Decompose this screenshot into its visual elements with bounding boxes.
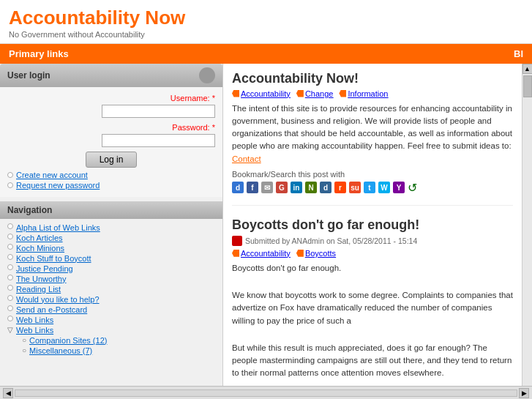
post-1-tags: Accountability Change Information <box>232 89 513 98</box>
tag-information[interactable]: Information <box>339 89 388 98</box>
nav-link-help[interactable]: Would you like to help? <box>16 295 100 304</box>
nav-link-unworthy[interactable]: The Unworthy <box>16 275 66 283</box>
bookmark-more[interactable]: ↺ <box>408 181 417 195</box>
scroll-left-btn[interactable]: ◀ <box>3 388 13 398</box>
nav-links: Alpha List of Web Links Koch Articles Ko… <box>0 219 222 361</box>
tag-icon <box>232 90 239 97</box>
login-box: User login Username: * Password: * <box>0 64 222 197</box>
site-title: Accountability Now <box>9 7 523 29</box>
username-row: Username: * <box>7 93 215 118</box>
nav-link-companion[interactable]: Companion Sites (12) <box>29 336 107 345</box>
nav-sub: ○Companion Sites (12) ○Miscellaneous (7) <box>7 336 215 355</box>
nav-link-weblinks1[interactable]: Web Links <box>16 316 53 324</box>
bullet <box>7 295 13 301</box>
login-box-title: User login <box>0 64 222 87</box>
username-input[interactable] <box>102 105 215 118</box>
post-2-body1: Boycotts don't go far enough. <box>232 262 513 275</box>
bookmark-facebook[interactable]: f <box>247 182 258 193</box>
scroll-up-arrow[interactable]: ▲ <box>522 64 533 74</box>
post-1-bookmark-icons: d f ✉ G in N d r su t W Y ↺ <box>232 181 513 195</box>
arrow-bullet: ○ <box>22 346 26 354</box>
login-box-circle <box>199 67 215 83</box>
bookmark-yahoo[interactable]: Y <box>393 182 405 193</box>
request-password-link[interactable]: Request new password <box>16 181 100 190</box>
primary-nav-label: Primary links <box>9 48 69 59</box>
nav-link-misc[interactable]: Miscellaneous (7) <box>29 346 92 355</box>
right-scrollbar: ▲ ▼ <box>522 64 532 399</box>
bookmark-twitter[interactable]: t <box>364 182 375 193</box>
password-input[interactable] <box>102 134 215 147</box>
nav-link-reading[interactable]: Reading List <box>16 285 61 294</box>
tag2-accountability[interactable]: Accountability <box>232 249 291 258</box>
scroll-right-btn[interactable]: ▶ <box>519 388 529 398</box>
main-layout: User login Username: * Password: * <box>0 64 532 399</box>
tag-change[interactable]: Change <box>296 89 334 98</box>
create-account-link[interactable]: Create new account <box>16 171 88 179</box>
arrow-bullet: ▽ <box>7 326 13 334</box>
nav-link-weblinks2[interactable]: Web Links <box>16 326 53 335</box>
sidebar: User login Username: * Password: * <box>0 64 223 399</box>
login-box-content: Username: * Password: * Log in Create ne… <box>0 87 222 197</box>
bullet <box>7 172 13 178</box>
nav-link-koch-articles[interactable]: Koch Articles <box>16 234 63 242</box>
password-label: Password: * <box>172 123 215 132</box>
bullet <box>7 234 13 239</box>
login-button[interactable]: Log in <box>86 152 138 168</box>
post-1-body: The intent of this site is to provide re… <box>232 102 513 165</box>
bullet <box>7 182 13 188</box>
post-1-title: Accountability Now! <box>232 71 513 86</box>
bullet <box>7 305 13 311</box>
post-2-body2: We know that boycotts work to some degre… <box>232 289 513 327</box>
bullet <box>7 244 13 250</box>
login-links: Create new account Request new password <box>7 171 215 190</box>
calendar-icon <box>232 236 242 246</box>
post-2-submitted: Submitted by ANAdmin on Sat, 05/28/2011 … <box>232 236 513 246</box>
primary-nav: Primary links Bl <box>0 44 532 64</box>
bookmark-delicious[interactable]: d <box>232 182 244 193</box>
bullet <box>7 254 13 260</box>
nav-link-postcard[interactable]: Send an e-Postcard <box>16 305 87 314</box>
password-row: Password: * <box>7 122 215 147</box>
contact-link[interactable]: Contact <box>232 154 261 163</box>
bookmark-digg[interactable]: d <box>320 182 331 193</box>
nav-link-justice[interactable]: Justice Pending <box>16 264 73 273</box>
nav-box-title: Navigation <box>0 201 222 219</box>
bookmark-stumbleupon[interactable]: su <box>349 182 361 193</box>
bullet <box>7 264 13 270</box>
nav-link-koch-stuff[interactable]: Koch Stuff to Boycott <box>16 254 91 263</box>
site-header: Accountability Now No Government without… <box>0 0 532 44</box>
tag-icon <box>232 250 239 257</box>
bookmark-reddit[interactable]: r <box>334 182 346 193</box>
bullet <box>7 316 13 321</box>
post-2-title: Boycotts don't go far enough! <box>232 217 513 233</box>
tag-icon <box>339 90 346 97</box>
bookmark-google[interactable]: G <box>276 182 288 193</box>
tag-icon <box>296 90 304 97</box>
bookmark-linkedin[interactable]: in <box>291 182 302 193</box>
username-label: Username: * <box>171 94 215 102</box>
nav-box: Navigation Alpha List of Web Links Koch … <box>0 201 222 361</box>
bookmark-live[interactable]: W <box>378 182 390 193</box>
scroll-thumb[interactable] <box>523 75 532 97</box>
bookmark-newsvine[interactable]: N <box>305 182 317 193</box>
arrow-bullet: ○ <box>22 336 26 344</box>
more-nav-label[interactable]: Bl <box>514 48 523 59</box>
bottom-bar: ◀ ▶ <box>0 386 532 399</box>
bullet <box>7 285 13 291</box>
tag2-boycotts[interactable]: Boycotts <box>296 249 336 258</box>
horizontal-scrollbar[interactable] <box>15 389 517 397</box>
nav-link-koch-minions[interactable]: Koch Minions <box>16 244 64 253</box>
post-2-tags: Accountability Boycotts <box>232 249 513 258</box>
bookmark-email[interactable]: ✉ <box>261 182 273 193</box>
bullet <box>7 223 13 229</box>
bullet <box>7 275 13 280</box>
post-1-bookmark-label: Bookmark/Search this post with <box>232 170 513 179</box>
tag-accountability[interactable]: Accountability <box>232 89 291 98</box>
scroll-track <box>522 74 532 394</box>
nav-link-alpha[interactable]: Alpha List of Web Links <box>16 223 100 232</box>
tag-icon <box>296 250 304 257</box>
post-2: Boycotts don't go far enough! Submitted … <box>232 217 513 399</box>
login-btn-row: Log in <box>7 152 215 168</box>
post-1: Accountability Now! Accountability Chang… <box>232 71 513 206</box>
post-2-body3: But while this result is much appreciate… <box>232 342 513 380</box>
